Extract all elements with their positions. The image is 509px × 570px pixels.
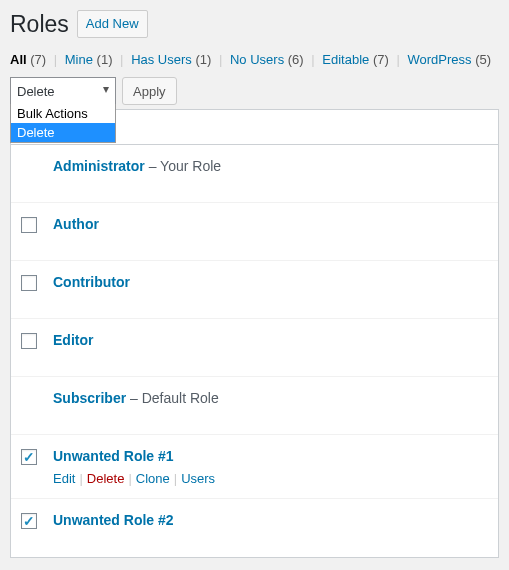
filter-all[interactable]: All (10, 52, 27, 67)
filter-all-count: (7) (30, 52, 46, 67)
bulk-action-select[interactable]: Delete Bulk Actions Delete (10, 77, 116, 105)
bulk-option-delete[interactable]: Delete (11, 123, 115, 142)
page-title: Roles (10, 11, 69, 38)
table-row: Unwanted Role #1 Edit|Delete|Clone|Users (11, 435, 498, 499)
table-row: Editor (11, 319, 498, 377)
table-row: Contributor (11, 261, 498, 319)
filter-no-users[interactable]: No Users (230, 52, 284, 67)
role-link-author[interactable]: Author (53, 216, 99, 232)
filter-has-users[interactable]: Has Users (131, 52, 192, 67)
role-link-unwanted-1[interactable]: Unwanted Role #1 (53, 448, 174, 464)
filter-links: All (7) | Mine (1) | Has Users (1) | No … (10, 52, 499, 67)
action-clone[interactable]: Clone (136, 471, 170, 486)
column-header-name[interactable]: e (53, 118, 488, 136)
bulk-action-selected: Delete (17, 84, 55, 99)
role-link-unwanted-2[interactable]: Unwanted Role #2 (53, 512, 174, 528)
apply-button[interactable]: Apply (122, 77, 177, 105)
role-link-editor[interactable]: Editor (53, 332, 93, 348)
filter-mine-count: (1) (97, 52, 113, 67)
action-delete[interactable]: Delete (87, 471, 125, 486)
table-row: Unwanted Role #2 (11, 499, 498, 557)
role-suffix: – Default Role (126, 390, 219, 406)
roles-table: e Administrator – Your Role Author Contr… (10, 109, 499, 558)
bulk-option-bulk-actions[interactable]: Bulk Actions (11, 104, 115, 123)
role-link-administrator[interactable]: Administrator (53, 158, 145, 174)
row-checkbox[interactable] (21, 217, 37, 233)
filter-editable[interactable]: Editable (322, 52, 369, 67)
action-users[interactable]: Users (181, 471, 215, 486)
filter-wordpress[interactable]: WordPress (407, 52, 471, 67)
role-link-contributor[interactable]: Contributor (53, 274, 130, 290)
row-checkbox[interactable] (21, 449, 37, 465)
role-link-subscriber[interactable]: Subscriber (53, 390, 126, 406)
role-suffix: – Your Role (145, 158, 221, 174)
row-checkbox[interactable] (21, 513, 37, 529)
filter-wordpress-count: (5) (475, 52, 491, 67)
row-actions: Edit|Delete|Clone|Users (53, 471, 488, 486)
action-edit[interactable]: Edit (53, 471, 75, 486)
filter-mine[interactable]: Mine (65, 52, 93, 67)
table-row: Administrator – Your Role (11, 145, 498, 203)
filter-has-users-count: (1) (195, 52, 211, 67)
row-checkbox[interactable] (21, 275, 37, 291)
table-row: Subscriber – Default Role (11, 377, 498, 435)
bulk-action-dropdown: Bulk Actions Delete (10, 104, 116, 143)
row-checkbox[interactable] (21, 333, 37, 349)
add-new-button[interactable]: Add New (77, 10, 148, 38)
table-row: Author (11, 203, 498, 261)
filter-no-users-count: (6) (288, 52, 304, 67)
filter-editable-count: (7) (373, 52, 389, 67)
